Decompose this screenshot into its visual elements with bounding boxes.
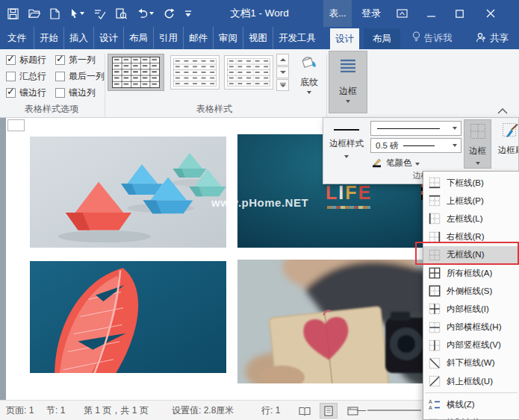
- print-preview-icon[interactable]: [116, 7, 127, 20]
- tab-table-layout[interactable]: 布局: [364, 28, 400, 49]
- touch-mode-caret[interactable]: [80, 12, 84, 15]
- menu-item-horizontal-line[interactable]: AA 横线(Z): [423, 395, 519, 413]
- checkbox-label: 最后一列: [69, 70, 105, 83]
- print-layout-button[interactable]: [320, 403, 338, 419]
- table-style-thumbnail[interactable]: [224, 55, 273, 90]
- zoom-out-button[interactable]: —: [357, 401, 366, 420]
- share-button[interactable]: 共享: [476, 27, 519, 49]
- menu-item-diagonal-up-border[interactable]: 斜上框线(U): [423, 372, 519, 390]
- status-page-count[interactable]: 第 1 页，共 1 页: [84, 401, 149, 420]
- menu-item-draw-table[interactable]: 绘制表格(D): [423, 413, 519, 420]
- ribbon-tab-row: 文件 开始 插入 设计 布局 引用 邮件 审阅 视图 开发工具 设计 布局 告诉…: [0, 27, 519, 49]
- undo-icon[interactable]: [137, 7, 154, 20]
- status-setting[interactable]: 设置值: 2.8厘米: [172, 401, 234, 420]
- checkbox-banded-columns[interactable]: ✓ 镶边列: [55, 87, 96, 98]
- tab-file[interactable]: 文件: [0, 27, 34, 49]
- checkbox[interactable]: ✓: [55, 55, 65, 65]
- border-diagonal-up-icon: [429, 375, 441, 387]
- share-person-icon: [476, 32, 486, 45]
- menu-item-inside-vertical-border[interactable]: 内部竖框线(V): [423, 336, 519, 354]
- photo-feather[interactable]: [30, 261, 226, 373]
- tab-mailings[interactable]: 邮件: [184, 27, 214, 49]
- horizontal-line-icon: AA: [429, 398, 441, 410]
- annotation-highlight-no-border: [415, 242, 519, 265]
- menu-item-diagonal-down-border[interactable]: 斜下框线(W): [423, 354, 519, 372]
- pen-color-button[interactable]: 笔颜色: [371, 156, 443, 169]
- checkbox[interactable]: ✓: [55, 88, 65, 98]
- checkbox[interactable]: ✓: [6, 88, 16, 98]
- borders-group-button-pressed[interactable]: 边框: [329, 51, 367, 113]
- menu-item-top-border[interactable]: 上框线(P): [423, 192, 519, 210]
- close-button[interactable]: [474, 0, 507, 27]
- gallery-scroll-down[interactable]: [276, 66, 289, 78]
- tell-me-box[interactable]: 告诉我: [408, 27, 457, 49]
- menu-item-left-border[interactable]: 左框线(L): [423, 210, 519, 228]
- line-weight-dropdown[interactable]: 0.5 磅: [370, 138, 461, 153]
- quick-access-toolbar: [7, 0, 192, 27]
- menu-item-inside-horizontal-border[interactable]: 内部横框线(H): [423, 319, 519, 336]
- border-styles-button[interactable]: 边框样式: [325, 119, 368, 169]
- checkbox[interactable]: ✓: [6, 55, 16, 65]
- shading-button[interactable]: 底纹: [293, 52, 326, 94]
- undo-caret[interactable]: [149, 12, 154, 15]
- customize-qat-icon[interactable]: [184, 7, 192, 20]
- tab-layout[interactable]: 布局: [124, 27, 154, 49]
- tab-insert[interactable]: 插入: [64, 27, 94, 49]
- shading-label: 底纹: [300, 76, 318, 89]
- touch-mode-icon[interactable]: [69, 7, 84, 20]
- tab-home[interactable]: 开始: [34, 27, 64, 49]
- ribbon-display-options-icon[interactable]: [389, 0, 414, 27]
- tab-table-design-active[interactable]: 设计: [330, 28, 359, 49]
- gallery-more-button[interactable]: [276, 79, 289, 91]
- status-page[interactable]: 页面: 1: [6, 401, 34, 420]
- open-icon[interactable]: [28, 7, 40, 20]
- border-styles-label: 边框样式: [329, 138, 364, 149]
- borders-button-caret[interactable]: [346, 100, 350, 103]
- checkbox-total-row[interactable]: ✓ 汇总行: [6, 70, 46, 82]
- checkbox-first-column[interactable]: ✓ 第一列: [55, 54, 96, 66]
- tab-design[interactable]: 设计: [94, 27, 124, 49]
- tab-review[interactable]: 审阅: [214, 27, 243, 49]
- minimize-button[interactable]: [417, 0, 444, 27]
- checkbox-last-column[interactable]: ✓ 最后一列: [55, 70, 105, 82]
- checkbox-header-row[interactable]: ✓ 标题行: [6, 54, 46, 66]
- menu-item-inside-borders[interactable]: 内部框线(I): [423, 300, 519, 318]
- borders-button-label: 边框: [339, 85, 357, 98]
- borders-dropdown-button-pressed[interactable]: 边框: [464, 119, 491, 169]
- shading-caret[interactable]: [307, 91, 311, 94]
- menu-item-all-borders[interactable]: 所有框线(A): [423, 264, 519, 282]
- border-bottom-icon: [429, 177, 441, 189]
- spelling-check-icon[interactable]: [94, 7, 106, 20]
- line-style-dropdown[interactable]: [370, 121, 461, 136]
- border-styles-caret[interactable]: [344, 155, 349, 158]
- border-painter-button[interactable]: 边框刷: [494, 119, 519, 169]
- tab-references[interactable]: 引用: [154, 27, 184, 49]
- checkbox[interactable]: ✓: [55, 72, 65, 81]
- read-mode-button[interactable]: [296, 403, 314, 419]
- zoom-slider[interactable]: [367, 410, 421, 411]
- new-document-icon[interactable]: [50, 7, 60, 20]
- photo-paper-boats[interactable]: [30, 137, 226, 248]
- tab-developer[interactable]: 开发工具: [273, 27, 321, 49]
- status-line[interactable]: 行: 1: [261, 401, 280, 420]
- menu-separator: [425, 392, 518, 393]
- collapse-ribbon-chevron[interactable]: [497, 106, 508, 116]
- status-section[interactable]: 节: 1: [46, 401, 65, 420]
- redo-icon[interactable]: [164, 7, 175, 20]
- tab-view[interactable]: 视图: [243, 27, 273, 49]
- save-icon[interactable]: [7, 7, 19, 20]
- pen-color-label: 笔颜色: [386, 157, 412, 169]
- table-style-thumbnail[interactable]: [170, 55, 220, 90]
- table-style-thumbnail-selected[interactable]: [108, 54, 164, 91]
- photo-heart-notebook[interactable]: [237, 260, 439, 383]
- sign-in-button[interactable]: 登录: [355, 0, 387, 27]
- checkbox[interactable]: ✓: [6, 72, 16, 81]
- borders-dropdown-caret[interactable]: [476, 162, 480, 165]
- borders-dropdown-label: 边框: [469, 145, 486, 157]
- maximize-button[interactable]: [446, 0, 473, 27]
- gallery-scroll-up[interactable]: [276, 54, 289, 66]
- menu-item-bottom-border[interactable]: 下框线(B): [423, 174, 519, 192]
- menu-item-outside-borders[interactable]: 外侧框线(S): [423, 282, 519, 300]
- checkbox-banded-rows[interactable]: ✓ 镶边行: [6, 87, 46, 98]
- border-diagonal-down-icon: [429, 357, 441, 369]
